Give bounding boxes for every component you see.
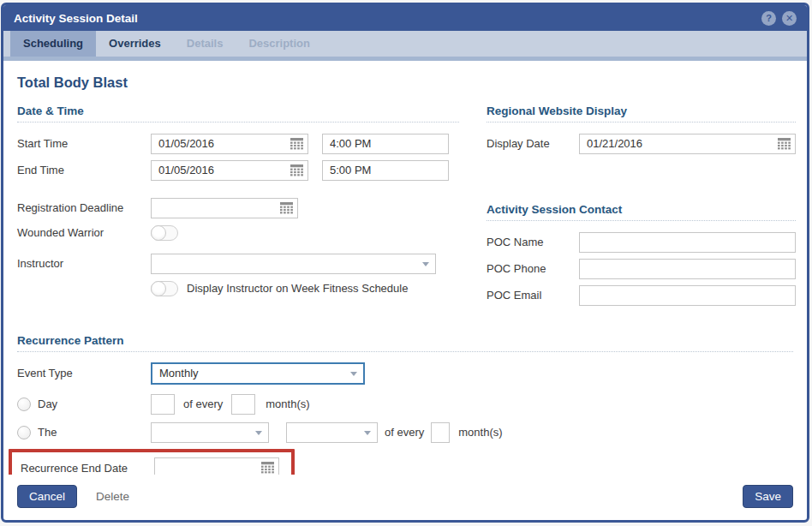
section-header-regional-website-display: Regional Website Display [487,105,796,123]
calendar-icon[interactable] [778,138,791,150]
section-header-recurrence-pattern: Recurrence Pattern [17,334,793,352]
instructor-label: Instructor [17,257,151,270]
instructor-select[interactable] [151,254,436,274]
display-instructor-toggle[interactable] [151,281,178,296]
chevron-down-icon [350,372,357,376]
chevron-down-icon [422,262,429,266]
registration-deadline-label: Registration Deadline [17,201,151,214]
poc-name-input[interactable] [579,232,796,253]
weekday-select[interactable] [286,422,378,443]
display-date-row: Display Date [487,132,796,155]
end-time-input[interactable] [322,160,449,181]
day-radio[interactable] [17,397,31,411]
help-icon[interactable]: ? [761,11,776,26]
start-time-label: Start Time [17,137,151,150]
event-type-select[interactable]: Monthly [151,362,365,385]
toggle-knob [151,225,166,241]
calendar-icon[interactable] [280,202,293,214]
the-radio-label: The [38,426,57,439]
tab-overrides[interactable]: Overrides [96,31,174,57]
the-radio[interactable] [17,426,31,439]
event-type-row: Event Type Monthly [17,362,793,385]
display-instructor-label: Display Instructor on Week Fitness Sched… [187,282,408,295]
delete-button[interactable]: Delete [96,490,129,503]
tab-details: Details [174,31,236,57]
end-time-label: End Time [17,164,151,176]
day-radio-label: Day [38,397,57,410]
the-interval-input[interactable] [431,422,450,443]
display-date-label: Display Date [487,137,579,150]
poc-phone-label: POC Phone [487,262,579,275]
display-date-input[interactable] [579,134,796,154]
day-number-input[interactable] [151,394,175,415]
section-header-date-time: Date & Time [17,105,459,123]
recurrence-the-row: The of every month(s) [17,421,793,444]
calendar-icon[interactable] [261,462,274,474]
wounded-warrior-toggle[interactable] [151,225,178,241]
calendar-icon[interactable] [290,138,303,150]
toggle-knob [151,281,166,296]
poc-email-input[interactable] [579,285,796,306]
poc-name-label: POC Name [487,236,579,248]
tab-scheduling[interactable]: Scheduling [10,31,96,57]
cancel-button[interactable]: Cancel [17,485,77,508]
start-date-input[interactable] [151,134,308,154]
months-suffix-text: month(s) [458,426,502,439]
poc-name-row: POC Name [487,230,796,254]
start-time-row: Start Time [17,132,459,155]
save-button[interactable]: Save [743,485,793,508]
dialog-footer: Cancel Delete Save [3,475,807,520]
start-time-input[interactable] [322,134,449,154]
wounded-warrior-label: Wounded Warrior [17,226,151,239]
poc-phone-input[interactable] [579,259,796,279]
end-time-row: End Time [17,158,459,182]
calendar-icon[interactable] [290,164,303,176]
months-suffix-text: month(s) [266,397,309,410]
instructor-row: Instructor [17,252,459,275]
activity-session-detail-dialog: Activity Session Detail ? ✕ Scheduling O… [1,3,809,523]
display-instructor-row: Display Instructor on Week Fitness Sched… [17,277,459,300]
tab-description: Description [236,31,323,57]
day-interval-input[interactable] [231,394,255,415]
event-type-select-value: Monthly [159,367,199,380]
scheduling-panel: Total Body Blast Date & Time Start Time … [3,61,807,475]
tab-bar: Scheduling Overrides Details Description [3,31,807,57]
poc-phone-row: POC Phone [487,257,796,280]
recurrence-end-date-highlight: Recurrence End Date [9,449,295,475]
dialog-titlebar: Activity Session Detail ? ✕ [3,5,807,31]
poc-email-row: POC Email [487,284,796,307]
of-every-text: of every [385,426,424,439]
ordinal-select[interactable] [151,422,269,443]
poc-email-label: POC Email [487,289,579,302]
chevron-down-icon [255,431,262,435]
page-title: Total Body Blast [17,75,793,91]
dialog-title: Activity Session Detail [14,12,138,25]
event-type-label: Event Type [17,367,151,380]
chevron-down-icon [364,431,371,435]
registration-deadline-row: Registration Deadline [17,196,459,219]
close-icon[interactable]: ✕ [782,11,797,26]
recurrence-day-row: Day of every month(s) [17,392,793,415]
section-header-activity-session-contact: Activity Session Contact [487,203,796,221]
of-every-text: of every [183,397,223,410]
end-date-input[interactable] [151,160,308,181]
registration-deadline-input[interactable] [151,198,298,218]
recurrence-end-date-label: Recurrence End Date [21,462,154,475]
wounded-warrior-row: Wounded Warrior [17,221,459,244]
